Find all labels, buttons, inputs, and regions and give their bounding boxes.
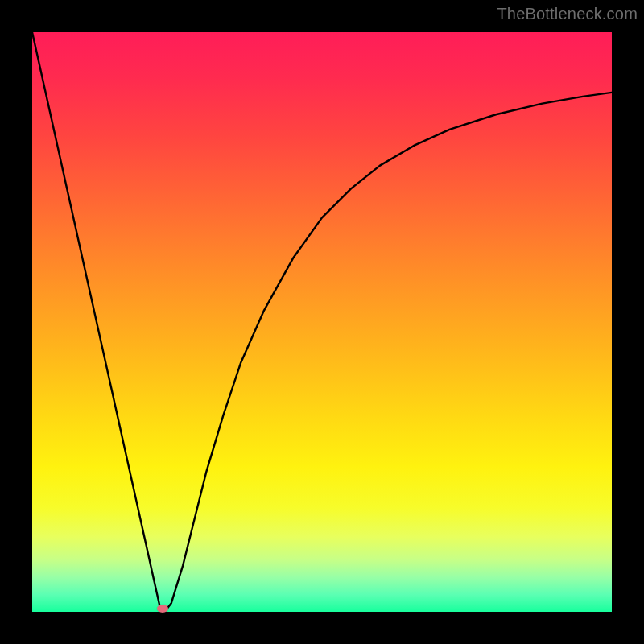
curve-svg bbox=[32, 32, 612, 612]
chart-frame: TheBottleneck.com bbox=[0, 0, 644, 644]
plot-area bbox=[32, 32, 612, 612]
watermark-text: TheBottleneck.com bbox=[497, 5, 638, 23]
bottleneck-curve bbox=[32, 32, 612, 611]
